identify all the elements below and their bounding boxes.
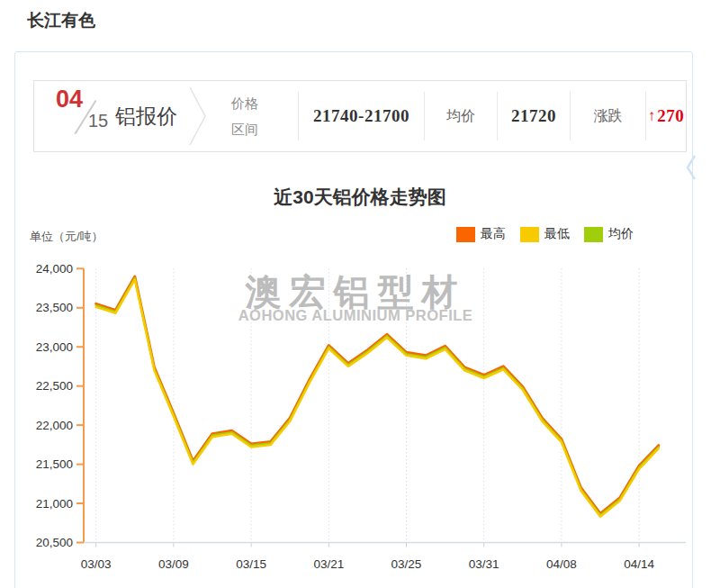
svg-text:21,000: 21,000 <box>36 497 73 511</box>
legend-item-high[interactable]: 最高 <box>456 226 506 242</box>
product-name: 铝报价 <box>115 103 177 131</box>
legend-swatch-high <box>456 227 475 242</box>
up-arrow-icon: ↑ <box>648 107 656 125</box>
svg-text:03/21: 03/21 <box>313 557 344 571</box>
legend-item-avg[interactable]: 均价 <box>584 226 634 242</box>
svg-text:20,500: 20,500 <box>36 536 73 549</box>
svg-text:澳宏铝型材: 澳宏铝型材 <box>245 272 466 312</box>
price-range-value: 21740-21700 <box>313 106 410 126</box>
legend-swatch-avg <box>584 227 603 242</box>
svg-text:03/03: 03/03 <box>81 557 112 571</box>
avg-price-label: 均价 <box>446 107 475 126</box>
quote-date-month: 04 <box>56 86 83 113</box>
svg-text:03/15: 03/15 <box>236 557 266 571</box>
legend-item-low[interactable]: 最低 <box>520 226 570 242</box>
trend-chart: 03/0303/0903/1503/2103/2503/3104/0804/14… <box>0 257 720 588</box>
svg-text:04/14: 04/14 <box>624 557 654 571</box>
change-value: ↑ 270 <box>648 106 685 126</box>
page-title: 长江有色 <box>27 9 95 32</box>
svg-text:21,500: 21,500 <box>36 457 73 471</box>
svg-text:AOHONG ALUMINIUM PROFILE: AOHONG ALUMINIUM PROFILE <box>238 307 473 323</box>
svg-text:23,000: 23,000 <box>36 340 73 354</box>
svg-text:03/25: 03/25 <box>392 557 422 571</box>
avg-price-value: 21720 <box>511 106 556 126</box>
svg-text:22,000: 22,000 <box>36 419 73 432</box>
svg-text:04/08: 04/08 <box>546 557 577 571</box>
panel-nav-chevron-icon[interactable] <box>685 153 698 182</box>
svg-text:23,500: 23,500 <box>36 301 73 314</box>
chart-unit-label: 单位（元/吨） <box>30 229 104 245</box>
change-label: 涨跌 <box>594 107 623 126</box>
svg-text:03/31: 03/31 <box>469 557 500 571</box>
chart-legend: 最高 最低 均价 <box>456 226 634 242</box>
chevron-right-icon <box>188 85 208 148</box>
range-label: 价格 区间 <box>231 90 258 143</box>
quote-bar: 04 15 铝报价 价格 区间 21740-21700 均价 21720 涨跌 … <box>33 80 687 152</box>
legend-swatch-low <box>520 227 539 242</box>
quote-date: 04 15 <box>49 89 113 143</box>
svg-text:22,500: 22,500 <box>36 379 73 393</box>
quote-date-day: 15 <box>88 111 108 131</box>
svg-text:24,000: 24,000 <box>36 262 73 276</box>
chart-title: 近30天铝价格走势图 <box>0 185 720 210</box>
svg-text:03/09: 03/09 <box>158 557 189 571</box>
